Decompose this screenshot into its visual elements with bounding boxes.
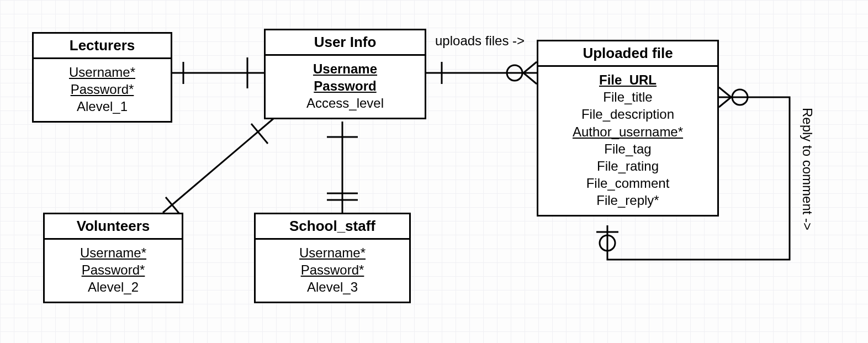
attribute: Alevel_2 bbox=[50, 278, 176, 295]
entity-title: Uploaded file bbox=[538, 41, 717, 67]
label-reply: Reply to comment -> bbox=[800, 108, 815, 230]
svg-line-16 bbox=[719, 87, 731, 97]
svg-line-13 bbox=[523, 62, 537, 73]
entity-attrs: File_URLFile_titleFile_descriptionAuthor… bbox=[538, 67, 717, 215]
attribute: File_comment bbox=[544, 175, 712, 192]
entity-uploadedfile: Uploaded file File_URLFile_titleFile_des… bbox=[537, 40, 719, 217]
svg-point-15 bbox=[732, 89, 748, 105]
attribute: File_URL bbox=[544, 71, 712, 88]
svg-line-3 bbox=[163, 119, 273, 213]
entity-schoolstaff: School_staff Username*Password*Alevel_3 bbox=[254, 213, 411, 303]
entity-userinfo: User Info UsernamePasswordAccess_level bbox=[264, 29, 426, 119]
rel-userinfo-uploadedfile bbox=[426, 62, 537, 84]
attribute: Password* bbox=[50, 261, 176, 278]
svg-line-17 bbox=[719, 97, 731, 107]
attribute: Access_level bbox=[271, 94, 419, 112]
label-uploads: uploads files -> bbox=[435, 33, 525, 49]
attribute: Username bbox=[271, 60, 419, 77]
entity-volunteers: Volunteers Username*Password*Alevel_2 bbox=[43, 213, 183, 303]
entity-attrs: Username*Password*Alevel_1 bbox=[34, 59, 171, 121]
attribute: Author_username* bbox=[544, 123, 712, 140]
attribute: Password* bbox=[39, 81, 165, 98]
entity-title: User Info bbox=[266, 30, 425, 56]
svg-line-14 bbox=[523, 73, 537, 84]
entity-title: Lecturers bbox=[34, 34, 171, 59]
attribute: Alevel_1 bbox=[39, 98, 165, 115]
rel-lecturers-userinfo bbox=[172, 57, 264, 88]
attribute: File_reply* bbox=[544, 192, 712, 209]
attribute: Username* bbox=[261, 244, 404, 261]
attribute: Alevel_3 bbox=[261, 278, 404, 295]
attribute: Password* bbox=[261, 261, 404, 278]
attribute: File_rating bbox=[544, 157, 712, 175]
attribute: Username* bbox=[50, 244, 176, 261]
entity-attrs: UsernamePasswordAccess_level bbox=[266, 56, 425, 118]
svg-point-18 bbox=[600, 235, 615, 251]
rel-schoolstaff-userinfo bbox=[327, 122, 358, 213]
attribute: Username* bbox=[39, 64, 165, 81]
rel-volunteers-userinfo bbox=[163, 119, 273, 217]
entity-lecturers: Lecturers Username*Password*Alevel_1 bbox=[32, 32, 172, 123]
attribute: File_description bbox=[544, 105, 712, 123]
attribute: Password bbox=[271, 77, 419, 94]
svg-point-12 bbox=[507, 65, 522, 81]
entity-attrs: Username*Password*Alevel_2 bbox=[45, 240, 182, 302]
entity-title: Volunteers bbox=[45, 214, 182, 240]
entity-title: School_staff bbox=[256, 214, 409, 240]
svg-line-5 bbox=[251, 124, 268, 144]
attribute: File_title bbox=[544, 88, 712, 105]
attribute: File_tag bbox=[544, 140, 712, 157]
entity-attrs: Username*Password*Alevel_3 bbox=[256, 240, 409, 302]
